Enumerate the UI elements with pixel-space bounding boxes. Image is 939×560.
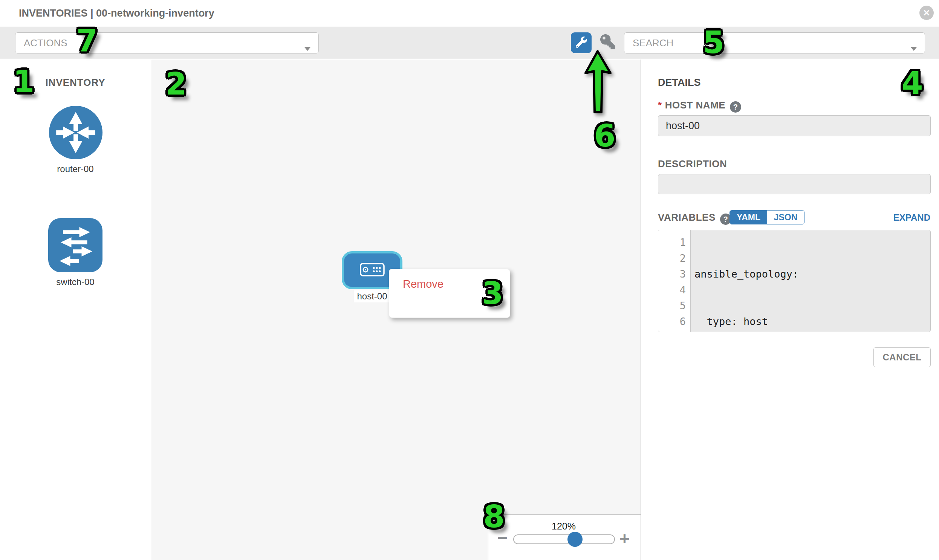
cancel-button[interactable]: CANCEL bbox=[873, 347, 931, 367]
annotation-6: 6 bbox=[594, 118, 615, 154]
required-asterisk: * bbox=[658, 99, 662, 111]
help-icon[interactable]: ? bbox=[730, 101, 741, 112]
code-editor-content: ansible_topology: type: host name: host-… bbox=[691, 230, 930, 332]
switch-icon bbox=[47, 268, 103, 275]
sidebar-item-switch[interactable] bbox=[47, 217, 103, 274]
code-line: ansible_topology: bbox=[694, 266, 930, 282]
code-editor-gutter: 1 2 3 4 5 6 7 bbox=[658, 230, 691, 332]
topology-canvas[interactable]: host-00 Details Remove 120% − + bbox=[151, 60, 641, 560]
page-title: INVENTORIES | 00-networking-inventory bbox=[19, 7, 214, 19]
code-line: type: host bbox=[694, 314, 930, 329]
host-icon bbox=[360, 263, 385, 278]
toolbar-key-button[interactable] bbox=[600, 35, 616, 51]
json-toggle-button[interactable]: JSON bbox=[767, 211, 804, 224]
line-number: 6 bbox=[658, 314, 686, 329]
line-number: 7 bbox=[658, 329, 686, 332]
actions-dropdown[interactable]: ACTIONS bbox=[15, 32, 319, 54]
line-number: 5 bbox=[658, 298, 686, 314]
toolbar: ACTIONS SEARCH bbox=[0, 27, 939, 59]
zoom-level-label: 120% bbox=[488, 521, 639, 532]
annotation-3: 3 bbox=[481, 275, 503, 311]
yaml-toggle-button[interactable]: YAML bbox=[730, 211, 767, 224]
zoom-slider-track[interactable] bbox=[513, 534, 615, 544]
zoom-slider-handle[interactable] bbox=[567, 532, 583, 547]
close-icon: ✕ bbox=[923, 8, 930, 18]
sidebar-item-router[interactable] bbox=[48, 105, 103, 160]
description-input[interactable] bbox=[658, 174, 931, 194]
variables-code-editor[interactable]: 1 2 3 4 5 6 7 ansible_topology: type: ho… bbox=[658, 230, 931, 332]
host-name-label: *HOST NAME? bbox=[658, 99, 741, 112]
host-name-input[interactable] bbox=[658, 115, 931, 136]
zoom-control-panel: 120% − + bbox=[488, 514, 641, 560]
line-number: 4 bbox=[658, 282, 686, 298]
zoom-in-button[interactable]: + bbox=[620, 530, 630, 547]
annotation-8: 8 bbox=[483, 498, 504, 534]
sidebar-item-router-label: router-00 bbox=[0, 164, 151, 174]
search-dropdown-label: SEARCH bbox=[633, 37, 673, 49]
line-number: 2 bbox=[658, 251, 686, 266]
description-label: DESCRIPTION bbox=[658, 158, 727, 170]
chevron-down-icon bbox=[304, 42, 311, 54]
close-button[interactable]: ✕ bbox=[919, 6, 934, 20]
annotation-arrow bbox=[582, 49, 616, 117]
line-number: 1 bbox=[658, 235, 686, 251]
host-node-label: host-00 bbox=[354, 290, 390, 302]
search-dropdown[interactable]: SEARCH bbox=[624, 32, 925, 54]
inventory-sidebar: INVENTORY router-00 bbox=[0, 60, 151, 560]
variables-format-toggle: YAML JSON bbox=[729, 210, 805, 225]
page-header: INVENTORIES | 00-networking-inventory ✕ bbox=[0, 0, 939, 26]
annotation-7: 7 bbox=[76, 23, 97, 59]
router-icon bbox=[48, 155, 103, 162]
key-icon bbox=[600, 34, 615, 51]
line-number: 3 bbox=[658, 266, 686, 282]
chevron-down-icon bbox=[910, 42, 917, 54]
wrench-icon bbox=[576, 37, 587, 49]
details-panel-title: DETAILS bbox=[658, 77, 701, 89]
sidebar-item-switch-label: switch-00 bbox=[0, 277, 151, 287]
actions-dropdown-label: ACTIONS bbox=[24, 37, 68, 49]
variables-label: VARIABLES? bbox=[658, 212, 731, 225]
inventory-topology-app: INVENTORIES | 00-networking-inventory ✕ … bbox=[0, 0, 939, 560]
annotation-2: 2 bbox=[165, 66, 187, 102]
annotation-1: 1 bbox=[13, 64, 34, 99]
details-panel: DETAILS *HOST NAME? DESCRIPTION VARIABLE… bbox=[641, 60, 939, 560]
annotation-5: 5 bbox=[703, 25, 724, 60]
annotation-4: 4 bbox=[901, 65, 923, 101]
expand-link[interactable]: EXPAND bbox=[893, 212, 930, 223]
